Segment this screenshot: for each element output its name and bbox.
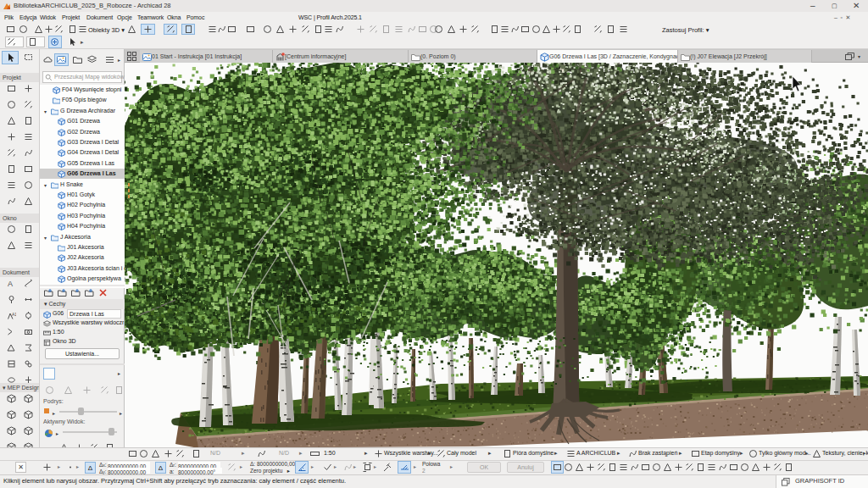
svg-text:A1: A1: [12, 312, 16, 317]
svg-text:A: A: [8, 280, 13, 288]
